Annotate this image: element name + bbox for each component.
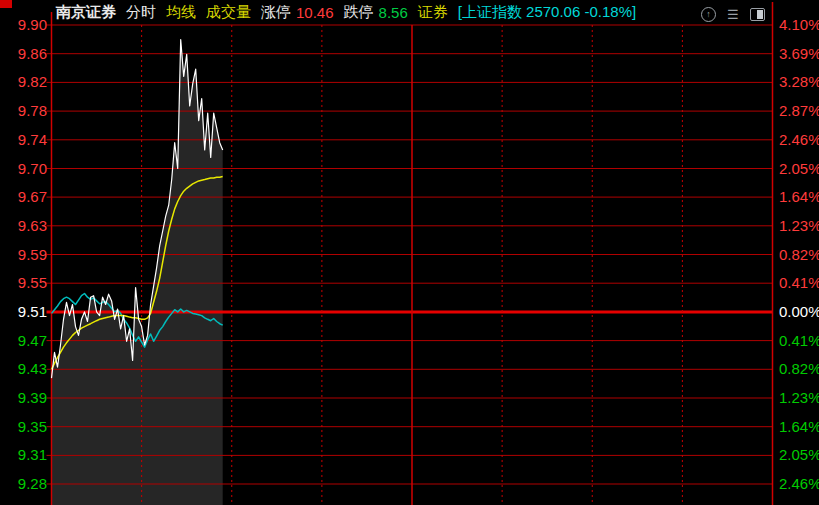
right-axis-label: 2.05% xyxy=(779,447,819,462)
right-axis-label: 3.28% xyxy=(779,74,819,89)
sector-tag[interactable]: 证券 xyxy=(418,3,448,22)
left-axis-label: 9.82 xyxy=(2,74,47,89)
app-window: 9.909.869.829.789.749.709.679.639.599.55… xyxy=(0,0,819,505)
right-axis-label: 0.00% xyxy=(779,304,819,319)
left-axis-label: 9.59 xyxy=(2,247,47,262)
hamburger-menu-icon[interactable]: ☰ xyxy=(727,8,739,21)
right-axis-label: 1.23% xyxy=(779,390,819,405)
limit-down-value: 8.56 xyxy=(379,4,408,21)
right-axis-label: 0.82% xyxy=(779,361,819,376)
right-axis-label: 0.41% xyxy=(779,275,819,290)
circle-up-arrow-icon[interactable]: ↑ xyxy=(701,7,716,22)
limit-up-value: 10.46 xyxy=(296,4,334,21)
right-axis-label: 1.64% xyxy=(779,419,819,434)
right-axis-label: 2.46% xyxy=(779,132,819,147)
right-axis-label: 2.46% xyxy=(779,476,819,491)
right-axis-label: 0.41% xyxy=(779,333,819,348)
menu-item-volume[interactable]: 成交量 xyxy=(206,3,251,22)
header-icons: ↑ ☰ xyxy=(701,7,765,22)
left-axis-label: 9.51 xyxy=(2,304,47,319)
left-axis-label: 9.39 xyxy=(2,390,47,405)
right-axis-label: 3.69% xyxy=(779,46,819,61)
left-axis-label: 9.63 xyxy=(2,218,47,233)
left-axis-label: 9.86 xyxy=(2,46,47,61)
left-axis-label: 9.74 xyxy=(2,132,47,147)
left-axis-label: 9.90 xyxy=(2,17,47,32)
intraday-chart xyxy=(0,0,819,505)
price-area-fill xyxy=(52,40,223,505)
left-axis-label: 9.47 xyxy=(2,333,47,348)
limit-up-group: 涨停 10.46 xyxy=(261,3,334,22)
left-axis-label: 9.70 xyxy=(2,161,47,176)
stock-name: 南京证券 xyxy=(56,3,116,22)
menu-item-moving-average[interactable]: 均线 xyxy=(166,3,196,22)
right-axis-label: 0.82% xyxy=(779,247,819,262)
left-axis-label: 9.28 xyxy=(2,476,47,491)
limit-down-label: 跌停 xyxy=(344,3,374,22)
left-axis-label: 9.67 xyxy=(2,189,47,204)
panel-toggle-fill xyxy=(757,10,763,19)
right-axis-label: 1.23% xyxy=(779,218,819,233)
index-ticker[interactable]: [上证指数 2570.06 -0.18%] xyxy=(458,3,636,22)
header-bar: 南京证券 分时 均线 成交量 涨停 10.46 跌停 8.56 证券 [上证指数… xyxy=(56,2,636,22)
limit-up-label: 涨停 xyxy=(261,3,291,22)
left-axis-label: 9.35 xyxy=(2,419,47,434)
left-axis-label: 9.31 xyxy=(2,447,47,462)
left-axis-label: 9.55 xyxy=(2,275,47,290)
right-axis-label: 4.10% xyxy=(779,17,819,32)
right-axis-label: 1.64% xyxy=(779,189,819,204)
tab-fenshi[interactable]: 分时 xyxy=(126,3,156,22)
left-axis-label: 9.78 xyxy=(2,103,47,118)
limit-down-group: 跌停 8.56 xyxy=(344,3,408,22)
left-axis-label: 9.43 xyxy=(2,361,47,376)
right-axis-label: 2.05% xyxy=(779,161,819,176)
right-axis-label: 2.87% xyxy=(779,103,819,118)
panel-toggle-icon[interactable] xyxy=(750,8,765,21)
